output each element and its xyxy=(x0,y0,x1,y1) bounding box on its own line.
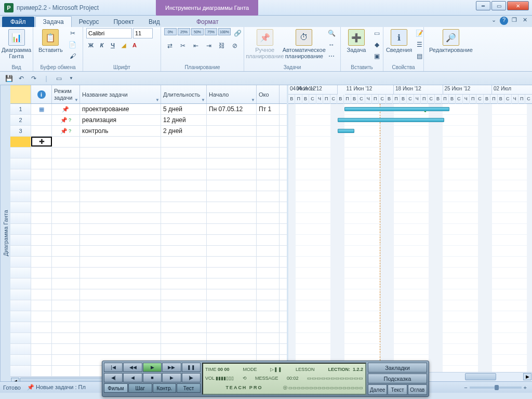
indent-button[interactable]: ⇥ xyxy=(203,41,215,51)
gantt-row-empty[interactable] xyxy=(288,289,532,300)
mode-button[interactable]: ⋯ xyxy=(326,51,337,61)
gantt-row-empty[interactable] xyxy=(288,224,532,235)
hint-button[interactable]: Подсказка xyxy=(368,374,427,383)
gantt-row-empty[interactable] xyxy=(288,322,532,333)
respect-links-button[interactable]: ⇄ xyxy=(164,41,176,51)
bookmarks-button[interactable]: Закладки xyxy=(368,363,427,373)
link-tasks-button[interactable]: 🔗 xyxy=(232,28,243,38)
col-mode[interactable]: Режим задачи▼ xyxy=(52,85,80,103)
col-name[interactable]: Название задачи▼ xyxy=(80,85,161,103)
table-row-empty[interactable] xyxy=(10,268,287,278)
fill-color-button[interactable]: ◢ xyxy=(119,42,128,51)
gantt-row-empty[interactable] xyxy=(288,333,532,344)
tab-view[interactable]: Вид xyxy=(141,17,167,27)
table-row-empty[interactable] xyxy=(10,289,287,300)
gantt-row-empty[interactable] xyxy=(288,202,532,213)
pct-25-button[interactable]: 25% xyxy=(178,28,190,35)
gantt-row-empty[interactable] xyxy=(288,158,532,169)
col-duration[interactable]: Длительность▼ xyxy=(161,85,207,103)
redo-button[interactable]: ↷ xyxy=(29,74,38,83)
scroll-left-icon[interactable]: ◀ xyxy=(11,378,19,381)
tab-resource[interactable]: Ресурс xyxy=(72,17,107,27)
notes-button[interactable]: 📝 xyxy=(414,28,425,38)
gantt-row-empty[interactable] xyxy=(288,213,532,224)
table-row-empty[interactable] xyxy=(10,300,287,311)
table-row-empty[interactable] xyxy=(10,202,287,213)
mode-test-button[interactable]: Тест xyxy=(177,383,201,393)
font-size-select[interactable] xyxy=(133,28,153,38)
cut-button[interactable]: ✂ xyxy=(67,28,78,38)
bold-button[interactable]: Ж xyxy=(86,42,96,51)
step-back-button[interactable]: ◀| xyxy=(104,373,123,382)
qat-dropdown-icon[interactable]: ▼ xyxy=(66,74,76,83)
gantt-row-empty[interactable] xyxy=(288,169,532,180)
font-name-select[interactable] xyxy=(86,28,132,38)
help-icon[interactable]: ? xyxy=(500,17,508,25)
table-row-empty[interactable] xyxy=(10,257,287,268)
undo-button[interactable]: ↶ xyxy=(17,74,26,83)
stop-button[interactable]: ■ xyxy=(143,373,162,382)
selected-cell[interactable]: ✚ xyxy=(31,137,52,147)
gantt-row-empty[interactable] xyxy=(288,235,532,246)
forward-button[interactable]: ▶▶ xyxy=(162,363,181,372)
minimize-button[interactable]: ━ xyxy=(476,1,490,10)
scroll-thumb[interactable] xyxy=(465,373,496,380)
pause-button[interactable]: ❚❚ xyxy=(182,363,201,372)
insert-task-button[interactable]: ➕ Задача xyxy=(344,28,369,54)
table-row-empty[interactable] xyxy=(10,213,287,224)
teachpro-player[interactable]: |◀ ◀◀ ▶ ▶▶ ❚❚ ◀| ◀ ■ ▶ |▶ Фильм Шаг Конт… xyxy=(102,361,429,397)
mode-step-button[interactable]: Шаг xyxy=(128,383,152,393)
table-row[interactable]: 1 ▦ проектирование 5 дней Пн 07.05.12 Пт… xyxy=(10,104,287,115)
manual-schedule-button[interactable]: 📌 Ручное планирование xyxy=(247,28,282,60)
table-row-empty[interactable] xyxy=(10,344,287,355)
gantt-row-empty[interactable] xyxy=(288,148,532,158)
copy-button[interactable]: 📄 xyxy=(67,39,78,50)
unlink-button[interactable]: ⛓ xyxy=(216,41,228,51)
format-painter-button[interactable]: 🖌 xyxy=(67,51,78,61)
underline-button[interactable]: Ч xyxy=(108,42,117,51)
maximize-button[interactable]: ▭ xyxy=(491,1,506,10)
table-row-empty[interactable] xyxy=(10,169,287,180)
view-bar-gantt[interactable]: Диаграмма Ганта xyxy=(0,85,10,381)
ribbon-minimize-icon[interactable]: ⌄ xyxy=(489,17,498,25)
pct-50-button[interactable]: 50% xyxy=(191,28,204,35)
file-tab[interactable]: Файл xyxy=(2,17,34,27)
close-button[interactable]: ✕ xyxy=(507,1,529,10)
gantt-body[interactable]: ⬇ xyxy=(288,104,532,381)
outdent-button[interactable]: ⇤ xyxy=(190,41,202,51)
details-button[interactable]: ☰ xyxy=(414,39,425,50)
gantt-row-empty[interactable] xyxy=(288,191,532,202)
text-button[interactable]: Текст xyxy=(388,384,407,395)
inspect-button[interactable]: 🔍 xyxy=(326,28,337,38)
qat-custom-button[interactable]: ▭ xyxy=(54,74,63,83)
gantt-row-empty[interactable] xyxy=(288,300,532,311)
auto-schedule-button[interactable]: ⏱ Автоматическое планирование xyxy=(284,28,324,60)
next-button[interactable]: Далее xyxy=(368,384,387,395)
information-button[interactable]: ℹ Сведения xyxy=(387,28,411,54)
find-button[interactable]: 🔎 Редактирование xyxy=(427,28,475,54)
gantt-bar[interactable] xyxy=(344,107,449,111)
tab-format[interactable]: Формат xyxy=(189,17,226,27)
table-row-empty[interactable] xyxy=(10,278,287,289)
table-row-empty[interactable] xyxy=(10,148,287,158)
gantt-chart[interactable]: 04 Июн '12 04 Июн '12 11 Июн '12 18 Июн … xyxy=(288,85,532,381)
zoom-control[interactable]: − + xyxy=(464,384,527,391)
table-row-empty[interactable] xyxy=(10,235,287,246)
mdi-restore-icon[interactable]: ❐ xyxy=(510,17,518,25)
mode-film-button[interactable]: Фильм xyxy=(104,383,128,393)
font-color-button[interactable]: A xyxy=(130,42,139,51)
paste-button[interactable]: 📋 Вставить xyxy=(36,28,65,54)
gantt-row-empty[interactable] xyxy=(288,137,532,148)
table-row-active[interactable]: ✚ xyxy=(10,137,287,148)
table-row-empty[interactable] xyxy=(10,311,287,322)
col-finish[interactable]: Око xyxy=(257,85,280,103)
col-rownum[interactable] xyxy=(10,85,31,103)
inactivate-button[interactable]: ⊘ xyxy=(229,41,241,51)
deliverable-button[interactable]: ▣ xyxy=(371,51,382,61)
gantt-row-empty[interactable] xyxy=(288,257,532,268)
zoom-in-icon[interactable]: + xyxy=(524,384,527,391)
gantt-row-empty[interactable] xyxy=(288,268,532,278)
rewind-button[interactable]: ◀◀ xyxy=(123,363,142,372)
table-row-empty[interactable] xyxy=(10,246,287,257)
gantt-row-empty[interactable] xyxy=(288,344,532,355)
